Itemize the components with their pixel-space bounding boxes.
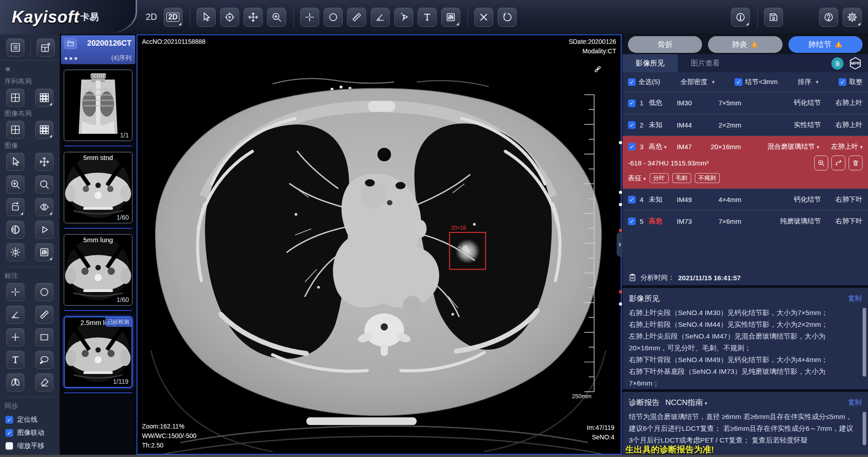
nodule-slice-marker[interactable]	[619, 191, 622, 194]
collapse-sidebar-button[interactable]: «	[0, 61, 60, 75]
checkbox-checked[interactable]: ✓	[5, 416, 13, 424]
sync-option-localizer[interactable]: ✓ 定位线	[0, 413, 60, 426]
series-thumbnail-5mm-lung[interactable]: 5mm lung 1/60	[64, 234, 132, 306]
nodule-checkbox[interactable]: ✓	[628, 121, 636, 129]
study-header[interactable]: 20200126CT ★★★ (4)序列	[61, 35, 135, 64]
round-checkbox[interactable]: ✓ 取整	[839, 78, 863, 86]
pan-tool-button[interactable]	[244, 8, 263, 27]
angle-annotation-button[interactable]	[6, 306, 24, 324]
eraser-button[interactable]	[35, 373, 53, 391]
crosshair-tool-button[interactable]	[300, 8, 319, 27]
window-level-tool-button[interactable]	[35, 243, 53, 261]
settings-button[interactable]	[843, 8, 862, 27]
help-button[interactable]	[819, 8, 838, 27]
invert-tool-button[interactable]	[6, 221, 24, 239]
checkbox-checked[interactable]: ✓	[5, 429, 13, 437]
current-slice-marker[interactable]	[619, 229, 622, 232]
localize-tool-button[interactable]	[220, 8, 239, 27]
flip-tool-button[interactable]	[35, 198, 53, 216]
nodule-slice-marker[interactable]	[619, 203, 622, 206]
tab-picture-view[interactable]: 图片查看	[678, 54, 733, 72]
feature-tag[interactable]: 分叶	[650, 173, 669, 183]
findings-scrollbar[interactable]	[863, 308, 866, 377]
nodule-row-2[interactable]: ✓ 2 未知 IM44 2×2mm 实性结节 右肺上叶	[623, 114, 868, 136]
text-annotation-button[interactable]	[6, 351, 24, 369]
nodule-checkbox[interactable]: ✓	[628, 196, 636, 203]
rectangle-annotation-button[interactable]	[35, 328, 53, 346]
select-all-checkbox[interactable]: ✓ 全选(5)	[628, 78, 660, 86]
window-level-button[interactable]	[441, 8, 460, 27]
series-layout-2x2-button[interactable]	[6, 89, 24, 107]
current-slice-marker[interactable]	[619, 290, 622, 293]
ruler-tool-button[interactable]	[347, 8, 366, 27]
sync-option-image-link[interactable]: ✓ 图像联动	[0, 426, 60, 439]
copy-report-link[interactable]: 复制	[848, 398, 862, 407]
small-nodule-checkbox[interactable]: ✓ 结节<3mm	[735, 78, 778, 86]
nodule-row-5[interactable]: ✓ 5 高危 IM73 7×6mm 纯磨玻璃结节 右肺下叶	[623, 210, 868, 232]
copy-findings-link[interactable]: 复制	[848, 294, 862, 303]
module-lung-nodule-button[interactable]: 肺结节	[788, 36, 863, 53]
folder-icon[interactable]	[64, 38, 77, 49]
zoom-tool-button[interactable]	[267, 8, 286, 27]
density-filter-dropdown[interactable]: 全部密度	[680, 78, 715, 86]
checkbox-checked[interactable]: ✓	[735, 78, 742, 86]
tab-image-findings[interactable]: 影像所见	[623, 54, 678, 72]
module-pneumonia-button[interactable]: 肺炎	[708, 36, 782, 53]
feature-dropdown[interactable]: 表征	[628, 174, 646, 183]
nodule-checkbox[interactable]: ✓	[628, 143, 636, 151]
magnify-tool-button[interactable]	[35, 175, 53, 193]
nodule-row-1[interactable]: ✓ 1 低危 IM30 7×5mm 钙化结节 右肺上叶	[623, 92, 868, 114]
rotate-tool-button[interactable]	[6, 198, 24, 216]
link-icon[interactable]	[593, 64, 603, 74]
point-annotation-button[interactable]	[6, 328, 24, 346]
pan-tool-button[interactable]	[35, 153, 53, 171]
delete-nodule-button[interactable]	[849, 155, 863, 170]
nodule-row-3-selected[interactable]: ✓ 3 高危 IM47 20×16mm 混合磨玻璃结节 左肺上叶 -618 - …	[623, 136, 868, 188]
save-button[interactable]	[764, 8, 783, 27]
main-ct-viewport[interactable]: 20×16 250mm AccNO:202101158888 SDate:202…	[137, 34, 622, 455]
series-thumbnail-2-5mm-lung-selected[interactable]: 2.5mm lung 已经检测 1/119	[64, 316, 132, 388]
nodule-checkbox[interactable]: ✓	[628, 217, 636, 225]
feature-tag[interactable]: 不规则	[695, 173, 720, 183]
callout-annotation-button[interactable]	[35, 351, 53, 369]
nodule-risk-dropdown[interactable]: 高危	[649, 142, 677, 151]
series-layout-3x3-button[interactable]	[35, 89, 53, 107]
report-scrollbar[interactable]	[863, 412, 866, 445]
zoom-in-tool-button[interactable]	[6, 175, 24, 193]
select-tool-button[interactable]	[197, 8, 216, 27]
layout-2d-button[interactable]: 2D	[164, 8, 183, 27]
series-thumbnail-scout[interactable]: scout 1/1	[64, 70, 132, 141]
checkbox-checked[interactable]: ✓	[839, 78, 846, 86]
report-bubble-button[interactable]	[831, 57, 844, 70]
panel-collapse-handle[interactable]	[617, 232, 623, 257]
ellipse-tool-button[interactable]	[324, 8, 343, 27]
checkbox-checked[interactable]: ✓	[628, 78, 636, 86]
crosshair-annotation-button[interactable]	[6, 283, 24, 301]
nodule-checkbox[interactable]: ✓	[628, 99, 636, 107]
lung-segment-button[interactable]	[6, 373, 24, 391]
cine-play-button[interactable]	[35, 221, 53, 239]
guideline-dropdown[interactable]: NCCN指南	[665, 398, 708, 407]
angle-tool-button[interactable]	[371, 8, 390, 27]
sort-dropdown[interactable]: 排序	[798, 78, 819, 86]
series-thumbnail-5mm-stnd[interactable]: 5mm stnd 1/60	[64, 152, 132, 223]
text-annotation-button[interactable]	[418, 8, 437, 27]
reset-button[interactable]	[498, 8, 517, 27]
cobb-angle-tool-button[interactable]	[394, 8, 413, 27]
feature-tag[interactable]: 毛刺	[672, 173, 691, 183]
delete-annotation-button[interactable]	[474, 8, 493, 27]
select-tool-button[interactable]	[6, 153, 24, 171]
brightness-tool-button[interactable]	[6, 243, 24, 261]
checkbox-unchecked[interactable]: ✓	[5, 442, 13, 450]
nodule-slice-marker[interactable]	[619, 302, 622, 306]
ellipse-annotation-button[interactable]	[35, 283, 53, 301]
ruler-annotation-button[interactable]	[35, 306, 53, 324]
nodule-type-dropdown[interactable]: 混合磨玻璃结节	[745, 142, 819, 151]
mpr-button[interactable]: MPR	[848, 56, 863, 71]
follow-up-compare-button[interactable]	[831, 155, 845, 170]
series-list-panel-button[interactable]	[6, 38, 24, 57]
sync-option-zoom-pan[interactable]: ✓ 缩放平移	[0, 439, 60, 452]
nodule-slice-marker[interactable]	[619, 141, 622, 144]
image-layout-3x3-button[interactable]	[35, 121, 53, 139]
nodule-location-dropdown[interactable]: 左肺上叶	[819, 142, 863, 151]
